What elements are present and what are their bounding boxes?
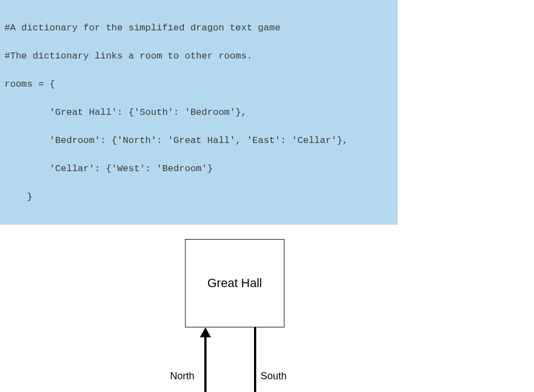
arrow-north-icon xyxy=(198,327,213,393)
code-block: #A dictionary for the simplified dragon … xyxy=(0,0,398,225)
code-line: rooms = { xyxy=(4,77,393,92)
svg-marker-3 xyxy=(200,327,211,337)
code-line: #A dictionary for the simplified dragon … xyxy=(4,21,393,35)
code-line: 'Cellar': {'West': 'Bedroom'} xyxy=(4,162,393,176)
code-line: 'Bedroom': {'North': 'Great Hall', 'East… xyxy=(4,134,393,148)
node-label: Great Hall xyxy=(207,276,262,290)
arrow-south-icon xyxy=(247,327,263,393)
room-diagram: Great Hall Bedroom Cellar South North Ea… xyxy=(0,225,534,393)
code-line: } xyxy=(4,190,393,204)
node-great-hall: Great Hall xyxy=(185,239,284,327)
code-line: #The dictionary links a room to other ro… xyxy=(4,49,393,63)
label-south: South xyxy=(261,370,287,382)
label-north: North xyxy=(170,370,194,382)
code-line: 'Great Hall': {'South': 'Bedroom'}, xyxy=(4,105,393,120)
